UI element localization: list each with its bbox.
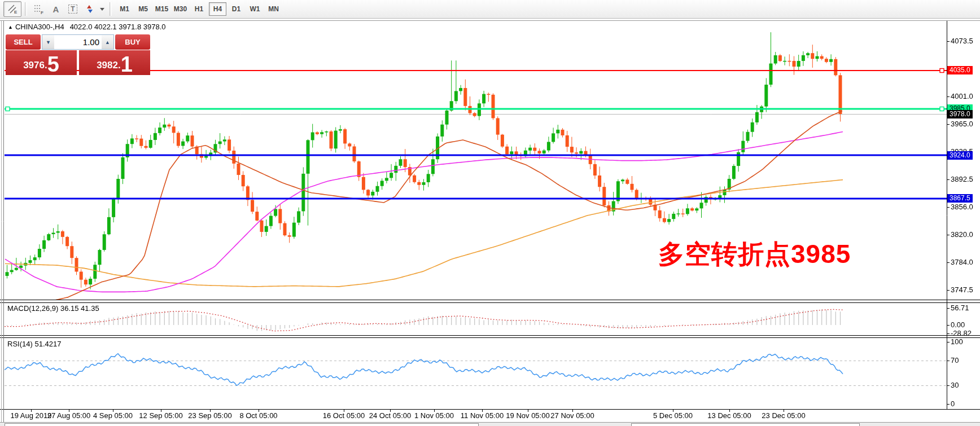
date-label: 12 Sep 05:00	[139, 411, 182, 420]
date-label: 19 Nov 05:00	[506, 411, 549, 420]
date-label: 1 Nov 05:00	[414, 411, 454, 420]
toolbar: E F A T M1M5M15M30H1H4D1W1MN	[0, 0, 980, 19]
chart-shift-icon: ▲	[8, 24, 13, 30]
sell-price-main: 3976	[23, 57, 45, 74]
date-label: 16 Oct 05:00	[323, 411, 365, 420]
timeframe-m15[interactable]: M15	[153, 2, 170, 16]
date-label: 8 Oct 05:00	[239, 411, 277, 420]
arrows-icon[interactable]	[81, 2, 98, 16]
macd-axis-label: 56.71	[951, 304, 969, 312]
price-tag-3867.5: 3867.5	[947, 194, 973, 203]
rsi-axis-label: 0	[951, 399, 955, 408]
text-box-icon[interactable]: T	[64, 2, 81, 16]
tool-glyph: A	[53, 5, 59, 14]
price-tag-3924.0: 3924.0	[947, 151, 973, 160]
equidistant-channel-icon[interactable]: E	[3, 1, 21, 17]
timeframe-mn[interactable]: MN	[265, 2, 282, 16]
price-tick-label: 4001.0	[951, 92, 973, 100]
date-label: 5 Dec 05:00	[653, 411, 693, 420]
text-label-icon[interactable]: A	[47, 2, 64, 16]
rsi-axis-label: 70	[951, 356, 959, 364]
fibonacci-icon[interactable]: F	[30, 2, 47, 16]
trade-buttons-row: SELL ▼ ▲ BUY	[6, 34, 150, 50]
tool-glyph: F	[41, 10, 43, 15]
chart-annotation-text: 多空转折点3985	[658, 237, 851, 272]
one-click-trade-panel: SELL ▼ ▲ BUY 3976.5 3982.1	[6, 34, 150, 75]
date-label: 19 Aug 2019	[10, 411, 51, 420]
buy-button[interactable]: BUY	[115, 34, 150, 50]
price-tick-label: 3892.5	[951, 175, 973, 183]
symbol-name: CHINA300-,H4	[15, 23, 64, 31]
sell-price-box[interactable]: 3976.5	[6, 50, 77, 75]
timeframe-h4[interactable]: H4	[209, 2, 226, 16]
bottom-window-strip	[0, 422, 980, 426]
mt4-terminal: { "toolbar": { "tools": [ {"name": "equi…	[0, 0, 980, 426]
volume-spinner: ▼ ▲	[42, 34, 114, 50]
price-tick-label: 4073.5	[951, 37, 973, 45]
date-label: 4 Sep 05:00	[93, 411, 133, 420]
volume-input[interactable]	[54, 35, 102, 49]
timeframe-bar: M1M5M15M30H1H4D1W1MN	[115, 2, 283, 16]
timeframe-m5[interactable]: M5	[134, 2, 152, 16]
macd-label: MACD(12,26,9) 36.15 41.35	[7, 304, 99, 313]
price-tick-label: 3784.0	[951, 258, 973, 266]
macd-axis-label: -28.82	[951, 329, 972, 337]
date-label: 27 Aug 05:00	[47, 411, 91, 420]
rsi-axis-label: 100	[951, 337, 963, 346]
arrows-dropdown-icon[interactable]	[98, 2, 106, 16]
price-tick-label: 3747.5	[951, 286, 973, 294]
rsi-name: RSI(14)	[7, 340, 33, 348]
buy-price-box[interactable]: 3982.1	[79, 50, 150, 75]
timeframe-h1[interactable]: H1	[190, 2, 208, 16]
date-label: 11 Nov 05:00	[461, 411, 504, 420]
buy-price-pips: 1	[121, 55, 133, 74]
date-label: 24 Oct 05:00	[369, 411, 411, 420]
volume-increase-icon[interactable]: ▲	[102, 35, 113, 49]
macd-axis-label: 0.00	[951, 320, 965, 329]
rsi-label: RSI(14) 51.4217	[7, 340, 61, 348]
date-label: 13 Dec 05:00	[707, 411, 751, 420]
date-label: 23 Dec 05:00	[762, 411, 805, 420]
price-tick-label: 3820.0	[951, 230, 973, 239]
sell-button[interactable]: SELL	[6, 34, 41, 50]
price-tick-label: 3965.0	[951, 120, 973, 128]
price-tag-3978.0: 3978.0	[947, 110, 973, 118]
macd-values: 36.15 41.35	[60, 304, 99, 313]
sell-price-pips: 5	[47, 55, 59, 74]
date-label: 27 Nov 05:00	[550, 411, 594, 420]
trade-prices-row: 3976.5 3982.1	[6, 50, 150, 75]
timeframe-m1[interactable]: M1	[116, 2, 133, 16]
rsi-axis-label: 30	[951, 381, 959, 389]
timeframe-w1[interactable]: W1	[246, 2, 264, 16]
tool-glyph: T	[68, 5, 77, 14]
price-tick-label: 3856.0	[951, 203, 973, 211]
minimized-window[interactable]	[631, 423, 860, 426]
rsi-value: 51.4217	[34, 340, 61, 348]
price-tag-4035.0: 4035.0	[947, 66, 973, 74]
chart-title: ▲CHINA300-,H44022.0 4022.1 3971.8 3978.0	[8, 23, 166, 31]
tool-glyph: E	[14, 10, 18, 15]
toolbar-separator	[110, 2, 112, 16]
macd-name: MACD(12,26,9)	[7, 304, 58, 313]
buy-price-main: 3982	[97, 57, 118, 74]
date-label: 23 Sep 05:00	[188, 411, 231, 420]
timeframe-d1[interactable]: D1	[228, 2, 245, 16]
minimized-window[interactable]	[5, 423, 479, 426]
toolbar-separator	[25, 2, 27, 16]
ohlc-values: 4022.0 4022.1 3971.8 3978.0	[70, 23, 166, 31]
timeframe-m30[interactable]: M30	[172, 2, 189, 16]
volume-decrease-icon[interactable]: ▼	[42, 35, 54, 49]
